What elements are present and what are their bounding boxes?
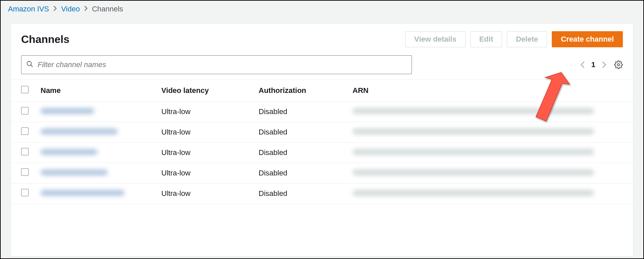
next-page-button[interactable]: [601, 61, 607, 69]
channel-name-redacted[interactable]: [41, 128, 118, 135]
cell-arn-redacted: [353, 108, 594, 114]
breadcrumb-item-amazon-ivs[interactable]: Amazon IVS: [8, 5, 49, 13]
create-channel-button[interactable]: Create channel: [552, 31, 623, 47]
header-latency[interactable]: Video latency: [155, 80, 253, 102]
page-number: 1: [591, 60, 595, 69]
table-row: Ultra-low Disabled: [11, 163, 633, 184]
action-buttons: View details Edit Delete Create channel: [405, 31, 623, 47]
toolbar: 1: [11, 51, 633, 80]
breadcrumb: Amazon IVS Video Channels: [1, 1, 643, 17]
channels-panel: Channels View details Edit Delete Create…: [11, 23, 633, 257]
cell-arn-redacted: [353, 149, 594, 155]
chevron-right-icon: [53, 6, 57, 13]
row-checkbox[interactable]: [21, 127, 29, 135]
cell-latency: Ultra-low: [155, 122, 253, 143]
cell-auth: Disabled: [253, 184, 346, 204]
cell-arn-redacted: [353, 128, 594, 135]
channel-name-redacted[interactable]: [41, 169, 108, 175]
cell-auth: Disabled: [253, 122, 346, 143]
panel-header: Channels View details Edit Delete Create…: [11, 24, 633, 51]
channels-table: Name Video latency Authorization ARN Ult…: [11, 80, 633, 204]
select-all-header: [11, 80, 35, 102]
header-name[interactable]: Name: [35, 80, 155, 102]
header-auth[interactable]: Authorization: [253, 80, 346, 102]
cell-arn-redacted: [353, 190, 594, 196]
row-checkbox[interactable]: [21, 189, 29, 196]
breadcrumb-item-channels: Channels: [92, 5, 123, 13]
prev-page-button[interactable]: [580, 61, 585, 69]
row-checkbox[interactable]: [21, 107, 29, 114]
page-title: Channels: [21, 33, 69, 46]
search-icon: [26, 60, 34, 69]
cell-latency: Ultra-low: [155, 184, 253, 204]
channel-name-redacted[interactable]: [41, 149, 98, 155]
cell-arn-redacted: [353, 169, 594, 175]
table-row: Ultra-low Disabled: [11, 122, 633, 143]
settings-button[interactable]: [614, 60, 623, 69]
channel-name-redacted[interactable]: [41, 108, 94, 114]
breadcrumb-item-video[interactable]: Video: [61, 5, 80, 13]
channel-name-redacted[interactable]: [41, 190, 124, 196]
row-checkbox[interactable]: [21, 168, 29, 176]
cell-auth: Disabled: [253, 102, 346, 122]
svg-line-1: [31, 65, 33, 67]
cell-latency: Ultra-low: [155, 163, 253, 184]
row-checkbox[interactable]: [21, 148, 29, 155]
table-row: Ultra-low Disabled: [11, 143, 633, 163]
view-details-button[interactable]: View details: [405, 31, 466, 47]
filter-container: [21, 55, 412, 74]
chevron-right-icon: [84, 6, 88, 13]
svg-point-2: [618, 64, 620, 66]
select-all-checkbox[interactable]: [21, 86, 29, 93]
table-header-row: Name Video latency Authorization ARN: [11, 80, 633, 102]
edit-button[interactable]: Edit: [470, 31, 502, 47]
filter-input[interactable]: [38, 60, 407, 69]
svg-point-0: [27, 61, 32, 66]
cell-latency: Ultra-low: [155, 102, 253, 122]
table-row: Ultra-low Disabled: [11, 102, 633, 122]
header-arn[interactable]: ARN: [346, 80, 633, 102]
table-row: Ultra-low Disabled: [11, 184, 633, 204]
cell-auth: Disabled: [253, 163, 346, 184]
cell-latency: Ultra-low: [155, 143, 253, 163]
delete-button[interactable]: Delete: [507, 31, 547, 47]
cell-auth: Disabled: [253, 143, 346, 163]
pagination: 1: [580, 60, 623, 69]
